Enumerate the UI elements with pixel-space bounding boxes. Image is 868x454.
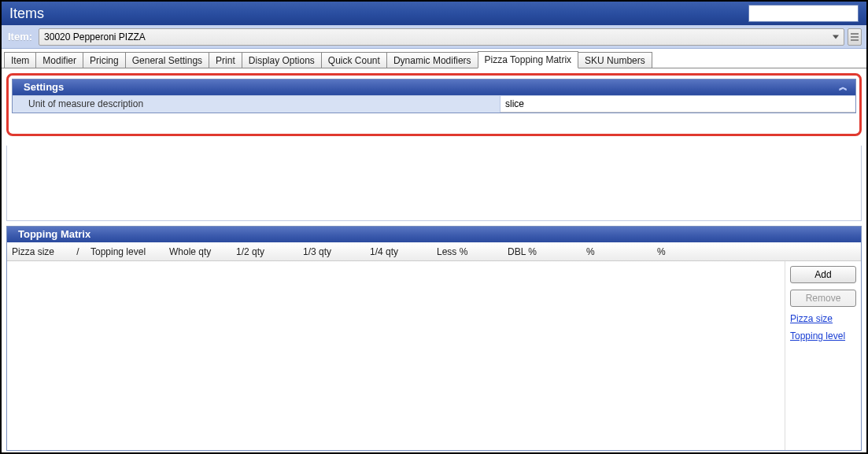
- remove-button[interactable]: Remove: [790, 290, 856, 307]
- tab-content: Settings ︽ Unit of measure description s…: [2, 68, 866, 146]
- col-pct2[interactable]: %: [652, 246, 715, 257]
- col-dbl-pct[interactable]: DBL %: [503, 246, 582, 257]
- topping-header[interactable]: Topping Matrix: [7, 227, 861, 242]
- item-dropdown[interactable]: 30020 Pepperoni PIZZA: [39, 28, 844, 46]
- col-less-pct[interactable]: Less %: [432, 246, 503, 257]
- collapse-icon[interactable]: ︽: [839, 81, 848, 93]
- col-topping-level[interactable]: Topping level: [86, 246, 164, 257]
- tab-print[interactable]: Print: [209, 52, 242, 68]
- tab-quick-count[interactable]: Quick Count: [321, 52, 387, 68]
- col-slash: /: [70, 246, 86, 257]
- uom-value[interactable]: slice: [500, 96, 855, 113]
- item-value: 30020 Pepperoni PIZZA: [44, 31, 146, 42]
- tab-item[interactable]: Item: [4, 52, 36, 68]
- tab-pizza-topping-matrix[interactable]: Pizza Topping Matrix: [478, 51, 579, 68]
- col-half-qty[interactable]: 1/2 qty: [231, 246, 298, 257]
- tab-modifier[interactable]: Modifier: [35, 52, 83, 68]
- tab-general-settings[interactable]: General Settings: [125, 52, 209, 68]
- col-whole-qty[interactable]: Whole qty: [164, 246, 231, 257]
- uom-label: Unit of measure description: [13, 96, 500, 113]
- settings-row: Unit of measure description slice: [13, 95, 855, 113]
- window-title: Items: [9, 6, 44, 22]
- matrix-grid[interactable]: [7, 261, 785, 450]
- item-row: Item: 30020 Pepperoni PIZZA: [2, 25, 866, 49]
- title-bar: Items: [2, 2, 866, 25]
- tab-display-options[interactable]: Display Options: [242, 52, 322, 68]
- settings-panel: Settings ︽ Unit of measure description s…: [12, 79, 856, 113]
- matrix-side: Add Remove Pizza size Topping level: [785, 261, 861, 450]
- tab-sku-numbers[interactable]: SKU Numbers: [578, 52, 652, 68]
- pizza-size-link[interactable]: Pizza size: [790, 313, 856, 324]
- topping-level-link[interactable]: Topping level: [790, 330, 856, 341]
- title-right-box[interactable]: [748, 5, 859, 22]
- col-pct1[interactable]: %: [582, 246, 652, 257]
- settings-blank-area: [6, 146, 862, 221]
- col-third-qty[interactable]: 1/3 qty: [298, 246, 365, 257]
- add-button[interactable]: Add: [790, 266, 856, 283]
- chevron-down-icon: [833, 35, 839, 39]
- window: Items Item: 30020 Pepperoni PIZZA Item M…: [0, 0, 868, 454]
- tab-dynamic-modifiers[interactable]: Dynamic Modifiers: [386, 52, 478, 68]
- topping-title: Topping Matrix: [18, 228, 853, 240]
- grip-icon[interactable]: [848, 28, 862, 46]
- col-quarter-qty[interactable]: 1/4 qty: [365, 246, 432, 257]
- topping-matrix-panel: Topping Matrix Pizza size / Topping leve…: [6, 226, 862, 451]
- settings-header[interactable]: Settings ︽: [13, 79, 855, 95]
- tab-pricing[interactable]: Pricing: [83, 52, 126, 68]
- settings-highlight: Settings ︽ Unit of measure description s…: [6, 73, 862, 136]
- settings-title: Settings: [24, 81, 839, 93]
- tab-strip: Item Modifier Pricing General Settings P…: [2, 49, 866, 68]
- item-label: Item:: [6, 31, 39, 42]
- matrix-body: Add Remove Pizza size Topping level: [7, 261, 861, 450]
- col-pizza-size[interactable]: Pizza size: [7, 246, 70, 257]
- topping-columns: Pizza size / Topping level Whole qty 1/2…: [7, 242, 861, 261]
